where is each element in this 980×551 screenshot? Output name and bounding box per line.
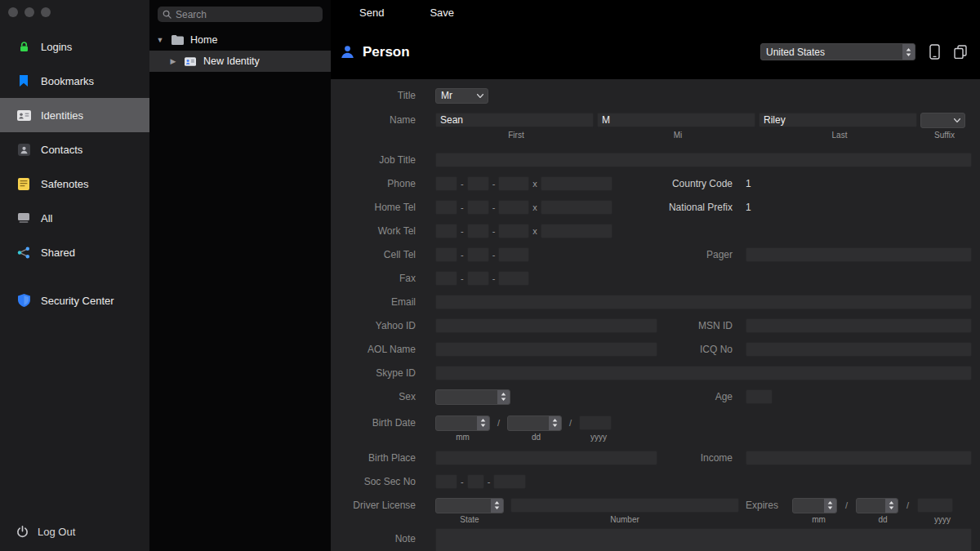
aol-name-label: AOL Name bbox=[331, 344, 416, 355]
phone-area-input[interactable] bbox=[435, 176, 457, 191]
send-button[interactable]: Send bbox=[359, 7, 384, 19]
cell-tel-area-input[interactable] bbox=[435, 247, 457, 262]
home-tel-area-input[interactable] bbox=[435, 200, 457, 215]
yyyy-caption: yyyy bbox=[582, 433, 615, 442]
logout-button[interactable]: Log Out bbox=[0, 526, 149, 551]
disclosure-open-icon[interactable]: ▼ bbox=[156, 36, 164, 44]
home-tel-ext-input[interactable] bbox=[541, 200, 612, 215]
id-card-icon bbox=[16, 110, 31, 121]
country-select[interactable]: United States bbox=[760, 43, 915, 60]
icq-no-input[interactable] bbox=[746, 342, 972, 357]
sidebar-item-label: Identities bbox=[41, 109, 83, 122]
note-textarea[interactable] bbox=[435, 528, 972, 551]
ssn-part3-input[interactable] bbox=[493, 474, 526, 489]
copy-icon[interactable] bbox=[954, 45, 967, 59]
suffix-select[interactable] bbox=[920, 113, 965, 128]
yahoo-id-input[interactable] bbox=[435, 318, 657, 333]
ssn-part1-input[interactable] bbox=[435, 474, 457, 489]
birth-place-label: Birth Place bbox=[331, 452, 416, 464]
ssn-label: Soc Sec No bbox=[331, 476, 416, 487]
dash-separator: - bbox=[461, 202, 464, 212]
sidebar-item-logins[interactable]: Logins bbox=[0, 29, 149, 64]
state-caption: State bbox=[435, 515, 504, 524]
birth-month-select[interactable] bbox=[435, 415, 490, 431]
birth-date-label: Birth Date bbox=[331, 417, 416, 429]
income-input[interactable] bbox=[746, 451, 972, 465]
home-tel-prefix-input[interactable] bbox=[467, 200, 489, 215]
tree-item-label: Home bbox=[190, 34, 217, 46]
work-tel-prefix-input[interactable] bbox=[467, 224, 489, 238]
work-tel-area-input[interactable] bbox=[435, 224, 457, 238]
phone-label: Phone bbox=[331, 178, 416, 189]
pager-input[interactable] bbox=[746, 247, 972, 262]
skype-id-input[interactable] bbox=[435, 366, 972, 380]
dash-separator: - bbox=[492, 273, 496, 283]
license-state-select[interactable] bbox=[435, 498, 504, 513]
pager-label: Pager bbox=[706, 249, 733, 260]
birth-date-captions: mm dd yyyy bbox=[331, 433, 980, 442]
note-label: Note bbox=[331, 528, 416, 544]
sidebar-item-safenotes[interactable]: Safenotes bbox=[0, 167, 149, 201]
middle-initial-input[interactable] bbox=[597, 113, 755, 127]
email-input[interactable] bbox=[435, 295, 972, 309]
sidebar-item-identities[interactable]: Identities bbox=[0, 98, 149, 132]
work-tel-line-input[interactable] bbox=[498, 224, 529, 238]
disclosure-closed-icon[interactable]: ▶ bbox=[169, 57, 177, 65]
last-name-input[interactable] bbox=[759, 113, 917, 127]
tree-item-label: New Identity bbox=[203, 56, 260, 67]
search-input[interactable] bbox=[176, 9, 318, 20]
yahoo-id-label: Yahoo ID bbox=[331, 320, 416, 331]
phone-ext-input[interactable] bbox=[541, 176, 612, 191]
sidebar-item-shared[interactable]: Shared bbox=[0, 235, 149, 269]
search-icon bbox=[163, 10, 172, 19]
search-box[interactable] bbox=[158, 7, 323, 22]
person-icon bbox=[341, 45, 354, 59]
save-button[interactable]: Save bbox=[430, 7, 454, 19]
tree-item-home[interactable]: ▼ Home bbox=[149, 29, 331, 51]
fax-area-input[interactable] bbox=[435, 271, 457, 286]
msn-id-input[interactable] bbox=[746, 318, 972, 333]
cell-tel-line-input[interactable] bbox=[498, 247, 529, 262]
home-tel-line-input[interactable] bbox=[498, 200, 529, 215]
zoom-window-button[interactable] bbox=[41, 7, 51, 17]
expires-month-select[interactable] bbox=[792, 498, 837, 513]
birth-place-input[interactable] bbox=[435, 451, 657, 465]
country-code-value: 1 bbox=[746, 178, 751, 189]
suffix-caption: Suffix bbox=[920, 131, 969, 140]
expires-day-select[interactable] bbox=[856, 498, 898, 513]
identity-card-icon bbox=[183, 57, 198, 66]
identity-header: Person United States bbox=[331, 24, 980, 79]
power-icon bbox=[15, 526, 29, 538]
phone-line-input[interactable] bbox=[498, 176, 529, 191]
expires-year-input[interactable] bbox=[917, 498, 953, 513]
minimize-window-button[interactable] bbox=[24, 7, 34, 17]
close-window-button[interactable] bbox=[8, 7, 18, 17]
sidebar-item-security-center[interactable]: Security Center bbox=[0, 283, 149, 318]
sidebar-item-contacts[interactable]: Contacts bbox=[0, 132, 149, 167]
tree-item-new-identity[interactable]: ▶ New Identity bbox=[149, 51, 331, 72]
license-number-input[interactable] bbox=[510, 498, 739, 513]
ssn-part2-input[interactable] bbox=[467, 474, 484, 489]
expires-yyyy-caption: yyyy bbox=[924, 515, 960, 524]
age-input[interactable] bbox=[746, 389, 773, 404]
sidebar: Logins Bookmarks Identities Contacts Saf bbox=[0, 0, 149, 551]
job-title-input[interactable] bbox=[435, 153, 972, 167]
work-tel-ext-input[interactable] bbox=[541, 224, 612, 238]
mobile-device-icon[interactable] bbox=[929, 44, 940, 60]
identity-form: Title Mr Name bbox=[331, 79, 980, 551]
cell-tel-prefix-input[interactable] bbox=[467, 247, 489, 262]
msn-id-label: MSN ID bbox=[698, 320, 733, 331]
birth-year-input[interactable] bbox=[579, 415, 612, 430]
title-select[interactable]: Mr bbox=[435, 88, 488, 104]
sidebar-item-bookmarks[interactable]: Bookmarks bbox=[0, 64, 149, 98]
birth-day-select[interactable] bbox=[507, 415, 562, 431]
first-name-input[interactable] bbox=[435, 113, 594, 127]
home-tel-label: Home Tel bbox=[331, 202, 416, 213]
fax-prefix-input[interactable] bbox=[467, 271, 489, 286]
aol-name-input[interactable] bbox=[435, 342, 657, 357]
sex-select[interactable] bbox=[435, 389, 510, 405]
fax-line-input[interactable] bbox=[498, 271, 529, 286]
phone-prefix-input[interactable] bbox=[467, 176, 489, 191]
sidebar-item-all[interactable]: All bbox=[0, 201, 149, 235]
extension-separator: x bbox=[532, 226, 537, 236]
